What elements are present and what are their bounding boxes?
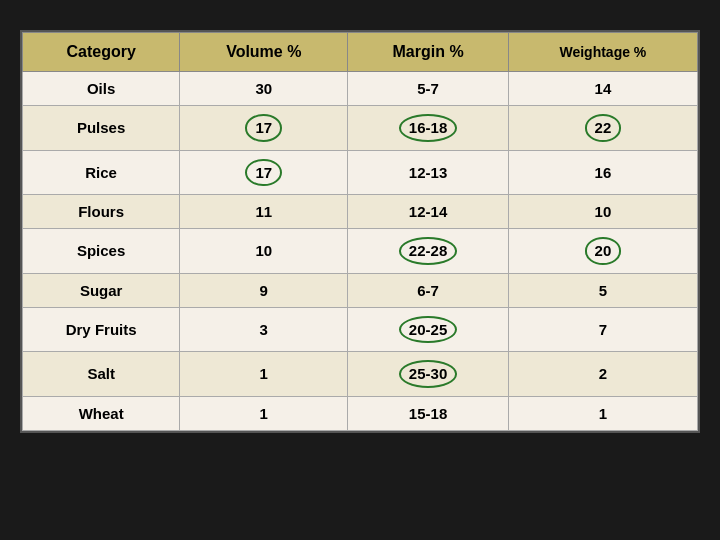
table-row: Dry Fruits320-257 bbox=[23, 307, 698, 352]
staples-table: Category Volume % Margin % Weightage % O… bbox=[22, 32, 698, 431]
col-header-weightage: Weightage % bbox=[508, 33, 697, 72]
cell-volume: 10 bbox=[180, 229, 348, 274]
cell-weightage: 22 bbox=[508, 106, 697, 151]
cell-margin: 6-7 bbox=[348, 273, 508, 307]
cell-weightage: 5 bbox=[508, 273, 697, 307]
cell-volume: 11 bbox=[180, 195, 348, 229]
table-row: Sugar96-75 bbox=[23, 273, 698, 307]
cell-category: Oils bbox=[23, 72, 180, 106]
cell-category: Sugar bbox=[23, 273, 180, 307]
cell-margin: 20-25 bbox=[348, 307, 508, 352]
table-header-row: Category Volume % Margin % Weightage % bbox=[23, 33, 698, 72]
cell-category: Wheat bbox=[23, 396, 180, 430]
cell-volume: 3 bbox=[180, 307, 348, 352]
cell-margin: 12-13 bbox=[348, 150, 508, 195]
cell-weightage: 7 bbox=[508, 307, 697, 352]
cell-margin: 15-18 bbox=[348, 396, 508, 430]
cell-weightage: 1 bbox=[508, 396, 697, 430]
table-row: Oils305-714 bbox=[23, 72, 698, 106]
cell-volume: 1 bbox=[180, 352, 348, 397]
page-title bbox=[20, 10, 700, 30]
cell-category: Pulses bbox=[23, 106, 180, 151]
cell-category: Flours bbox=[23, 195, 180, 229]
cell-volume: 1 bbox=[180, 396, 348, 430]
cell-weightage: 14 bbox=[508, 72, 697, 106]
cell-margin: 12-14 bbox=[348, 195, 508, 229]
cell-category: Salt bbox=[23, 352, 180, 397]
cell-margin: 25-30 bbox=[348, 352, 508, 397]
cell-margin: 5-7 bbox=[348, 72, 508, 106]
cell-margin: 22-28 bbox=[348, 229, 508, 274]
col-header-margin: Margin % bbox=[348, 33, 508, 72]
table-row: Rice1712-1316 bbox=[23, 150, 698, 195]
cell-volume: 17 bbox=[180, 150, 348, 195]
table-row: Wheat115-181 bbox=[23, 396, 698, 430]
cell-volume: 30 bbox=[180, 72, 348, 106]
cell-weightage: 2 bbox=[508, 352, 697, 397]
cell-category: Spices bbox=[23, 229, 180, 274]
col-header-volume: Volume % bbox=[180, 33, 348, 72]
cell-volume: 9 bbox=[180, 273, 348, 307]
cell-category: Rice bbox=[23, 150, 180, 195]
table-row: Salt125-302 bbox=[23, 352, 698, 397]
cell-margin: 16-18 bbox=[348, 106, 508, 151]
table-row: Spices1022-2820 bbox=[23, 229, 698, 274]
cell-weightage: 10 bbox=[508, 195, 697, 229]
col-header-category: Category bbox=[23, 33, 180, 72]
cell-volume: 17 bbox=[180, 106, 348, 151]
cell-weightage: 20 bbox=[508, 229, 697, 274]
cell-category: Dry Fruits bbox=[23, 307, 180, 352]
table-row: Pulses1716-1822 bbox=[23, 106, 698, 151]
page-container: Category Volume % Margin % Weightage % O… bbox=[0, 0, 720, 540]
cell-weightage: 16 bbox=[508, 150, 697, 195]
table-row: Flours1112-1410 bbox=[23, 195, 698, 229]
data-table-wrapper: Category Volume % Margin % Weightage % O… bbox=[20, 30, 700, 433]
